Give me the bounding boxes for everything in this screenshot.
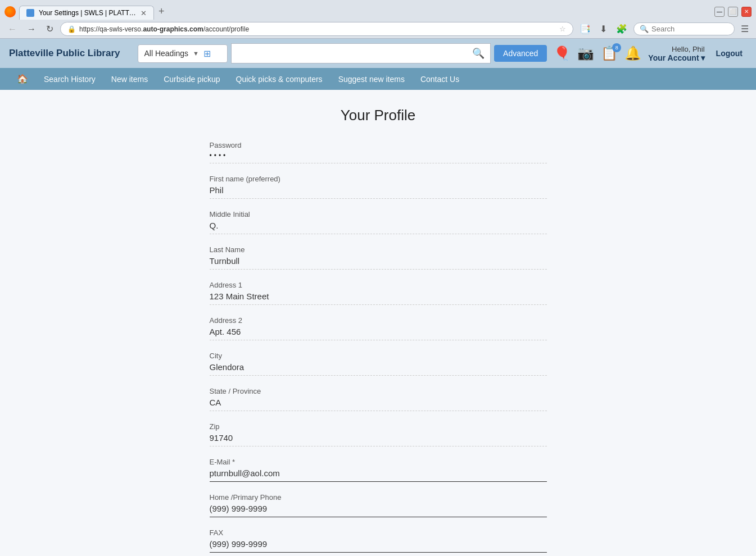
- chevron-down-icon: ▼: [193, 50, 199, 57]
- list-button[interactable]: 📋 8: [601, 45, 618, 61]
- account-area: Hello, Phil Your Account ▾: [648, 45, 704, 62]
- search-dropdown[interactable]: All Headings ▼ ⊞: [138, 44, 228, 63]
- field-label: E-Mail *: [210, 458, 547, 466]
- logout-button[interactable]: Logout: [712, 47, 747, 60]
- firefox-logo: [4, 6, 16, 17]
- form-field: Password••••: [210, 141, 547, 163]
- form-field: FAX(999) 999-9999: [210, 528, 547, 553]
- extensions-button[interactable]: 🧩: [613, 22, 630, 36]
- form-field: Zip91740: [210, 422, 547, 446]
- account-link[interactable]: Your Account ▾: [648, 53, 704, 62]
- nav-suggest-new-items[interactable]: Suggest new items: [331, 69, 413, 89]
- search-dropdown-label: All Headings: [144, 49, 188, 58]
- field-value[interactable]: 91740: [210, 433, 547, 446]
- tab-close-button[interactable]: ✕: [141, 10, 147, 17]
- search-submit-button[interactable]: 🔍: [472, 47, 485, 60]
- field-value[interactable]: pturnbull@aol.com: [210, 468, 547, 482]
- menu-button[interactable]: ☰: [738, 22, 752, 36]
- maximize-button[interactable]: ⬜: [728, 7, 738, 17]
- notification-badge: 8: [612, 43, 621, 52]
- search-input[interactable]: [237, 49, 468, 58]
- close-button[interactable]: ✕: [741, 7, 752, 17]
- secure-icon: 🔒: [67, 25, 76, 33]
- main-content: Your Profile Password••••First name (pre…: [0, 90, 756, 556]
- field-label: Middle Initial: [210, 210, 547, 218]
- bookmark-icon[interactable]: ☆: [559, 25, 566, 33]
- nav-quick-picks[interactable]: Quick picks & computers: [228, 69, 331, 89]
- bookmarks-button[interactable]: 📑: [577, 22, 594, 36]
- browser-tab[interactable]: Your Settings | SWLS | PLATT | A... ✕: [19, 6, 154, 20]
- field-value[interactable]: CA: [210, 398, 547, 411]
- field-value[interactable]: (999) 999-9999: [210, 539, 547, 553]
- bell-icon: 🔔: [624, 45, 641, 61]
- field-label: Last Name: [210, 245, 547, 254]
- form-field: Address 2Apt. 456: [210, 316, 547, 340]
- form-field: CityGlendora: [210, 352, 547, 376]
- field-value[interactable]: Q.: [210, 221, 547, 234]
- nav-home[interactable]: 🏠: [9, 68, 36, 90]
- field-value[interactable]: 123 Main Street: [210, 291, 547, 305]
- form-field: Home /Primary Phone(999) 999-9999: [210, 493, 547, 517]
- form-field: Address 1123 Main Street: [210, 281, 547, 305]
- reload-button[interactable]: ↻: [43, 22, 57, 35]
- library-name: Platteville Public Library: [9, 48, 120, 59]
- home-icon: 🏠: [17, 74, 28, 84]
- new-tab-button[interactable]: +: [154, 3, 169, 20]
- search-input-wrap: 🔍: [231, 43, 491, 63]
- account-hello: Hello, Phil: [672, 45, 705, 53]
- forward-button[interactable]: →: [24, 23, 39, 35]
- form-field: State / ProvinceCA: [210, 387, 547, 411]
- field-label: State / Province: [210, 387, 547, 395]
- page-title: Your Profile: [11, 107, 745, 124]
- field-value[interactable]: Phil: [210, 185, 547, 199]
- field-label: City: [210, 352, 547, 360]
- camera-icon: 📷: [577, 45, 594, 61]
- database-icon: ⊞: [203, 48, 211, 59]
- search-icon: 🔍: [640, 25, 649, 33]
- field-value[interactable]: ••••: [210, 152, 547, 163]
- field-label: Home /Primary Phone: [210, 493, 547, 502]
- camera-search-button[interactable]: 📷: [577, 45, 594, 61]
- minimize-button[interactable]: —: [714, 7, 725, 17]
- field-label: Address 1: [210, 281, 547, 289]
- nav-contact-us[interactable]: Contact Us: [413, 69, 467, 89]
- tab-title: Your Settings | SWLS | PLATT | A...: [39, 9, 136, 17]
- balloon-icon: 🎈: [554, 45, 571, 61]
- tab-favicon: [26, 9, 34, 17]
- field-value[interactable]: Turnbull: [210, 256, 547, 270]
- back-button[interactable]: ←: [4, 23, 20, 35]
- field-label: Zip: [210, 422, 547, 431]
- nav-search-history[interactable]: Search History: [36, 69, 103, 89]
- browser-search-input[interactable]: [651, 25, 725, 33]
- field-label: First name (preferred): [210, 175, 547, 183]
- bell-button[interactable]: 🔔: [624, 45, 641, 61]
- advanced-search-button[interactable]: Advanced: [494, 45, 547, 62]
- profile-form: Password••••First name (preferred)PhilMi…: [210, 141, 547, 553]
- library-nav: 🏠 Search History New items Curbside pick…: [0, 68, 756, 90]
- field-value[interactable]: (999) 999-9999: [210, 504, 547, 517]
- nav-new-items[interactable]: New items: [103, 69, 156, 89]
- address-bar[interactable]: 🔒 https://qa-swls-verso.auto-graphics.co…: [60, 22, 573, 36]
- nav-curbside-pickup[interactable]: Curbside pickup: [156, 69, 228, 89]
- form-field: Last NameTurnbull: [210, 245, 547, 270]
- download-button[interactable]: ⬇: [597, 22, 610, 36]
- browser-search-box[interactable]: 🔍: [633, 22, 735, 35]
- balloon-icon-button[interactable]: 🎈: [554, 45, 571, 61]
- field-label: FAX: [210, 528, 547, 537]
- field-label: Address 2: [210, 316, 547, 325]
- field-label: Password: [210, 141, 547, 149]
- form-field: First name (preferred)Phil: [210, 175, 547, 199]
- field-value[interactable]: Glendora: [210, 362, 547, 376]
- field-value[interactable]: Apt. 456: [210, 327, 547, 340]
- form-field: E-Mail *pturnbull@aol.com: [210, 458, 547, 482]
- address-url: https://qa-swls-verso.auto-graphics.com/…: [79, 25, 249, 33]
- form-field: Middle InitialQ.: [210, 210, 547, 234]
